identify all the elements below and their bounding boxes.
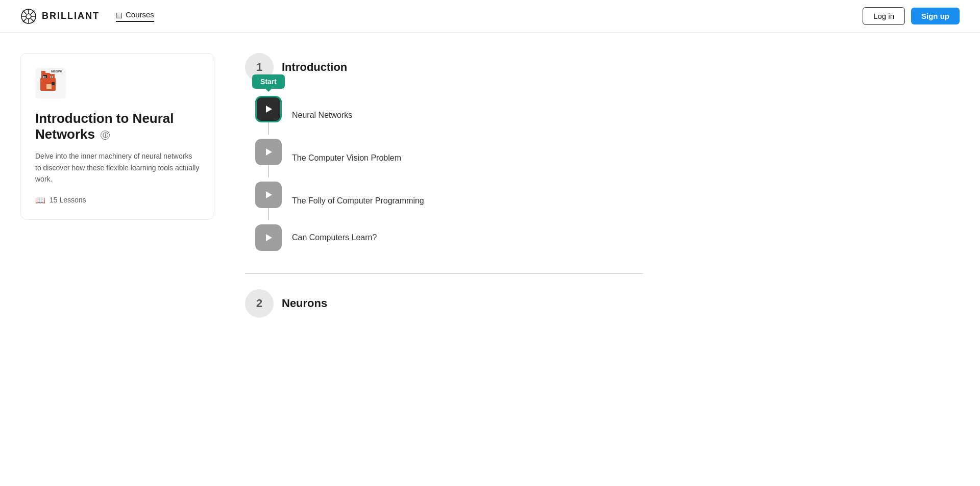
- signup-button[interactable]: Sign up: [911, 8, 960, 24]
- lesson-row-1: Start Neural Networks: [255, 94, 643, 137]
- section-1-lessons: Start Neural Networks: [245, 94, 643, 253]
- lesson-4-connector: [255, 224, 282, 251]
- lesson-2-play-btn[interactable]: [255, 139, 282, 165]
- nav-courses-label: Courses: [126, 10, 154, 19]
- play-icon-2: [263, 147, 274, 157]
- lesson-4-play-btn[interactable]: [255, 224, 282, 251]
- play-icon-3: [263, 190, 274, 200]
- svg-marker-25: [266, 148, 272, 156]
- section-1-title: Introduction: [282, 61, 347, 74]
- connector-line-3: [268, 208, 269, 220]
- lesson-1-connector: Start: [255, 96, 282, 135]
- lesson-3-play-btn[interactable]: [255, 182, 282, 208]
- section-2-header: 2 Neurons: [245, 289, 643, 318]
- book-icon: 📖: [35, 195, 45, 205]
- section-2-number: 2: [245, 289, 274, 318]
- svg-rect-21: [51, 76, 52, 78]
- courses-icon: ▤: [116, 11, 122, 19]
- section-divider: [245, 273, 643, 274]
- svg-marker-24: [266, 106, 272, 113]
- logo-icon: [20, 8, 37, 24]
- lesson-row-3: The Folly of Computer Programming: [255, 180, 643, 222]
- svg-marker-27: [266, 234, 272, 241]
- lesson-2-connector: [255, 139, 282, 177]
- lesson-4-name: Can Computers Learn?: [292, 233, 377, 242]
- svg-marker-26: [266, 191, 272, 198]
- svg-rect-13: [41, 71, 45, 75]
- section-1: 1 Introduction Start: [245, 53, 643, 253]
- course-thumbnail: MEOW!: [35, 68, 66, 98]
- lesson-3-name: The Folly of Computer Programming: [292, 196, 424, 206]
- header-right: Log in Sign up: [863, 7, 960, 25]
- svg-line-9: [23, 18, 27, 22]
- course-title: Introduction to Neural Networks ⓘ: [35, 111, 200, 142]
- lesson-1-name: Neural Networks: [292, 111, 352, 120]
- play-icon-1: [263, 104, 274, 114]
- svg-rect-20: [44, 76, 45, 78]
- course-card: MEOW! Introduction to Neural Networks ⓘ …: [20, 53, 214, 220]
- lessons-count: 15 Lessons: [50, 196, 86, 204]
- logo-text: BRILLIANT: [42, 11, 100, 21]
- svg-line-6: [23, 10, 27, 14]
- section-2-title: Neurons: [282, 297, 327, 310]
- lesson-row-2: The Computer Vision Problem: [255, 137, 643, 180]
- main-content: MEOW! Introduction to Neural Networks ⓘ …: [0, 33, 664, 359]
- header: BRILLIANT ▤ Courses Log in Sign up: [0, 0, 980, 33]
- course-description: Delve into the inner machinery of neural…: [35, 150, 200, 185]
- curriculum: 1 Introduction Start: [245, 53, 643, 338]
- svg-text:MEOW!: MEOW!: [51, 70, 62, 73]
- lesson-1-play-btn[interactable]: [255, 96, 282, 122]
- svg-rect-17: [52, 82, 55, 85]
- svg-line-8: [31, 10, 35, 14]
- section-1-header: 1 Introduction: [245, 53, 643, 82]
- course-meta: 📖 15 Lessons: [35, 195, 200, 205]
- login-button[interactable]: Log in: [863, 7, 905, 25]
- info-icon[interactable]: ⓘ: [101, 131, 110, 140]
- lesson-3-connector: [255, 182, 282, 220]
- lesson-row-4: Can Computers Learn?: [255, 222, 643, 253]
- play-icon-4: [263, 233, 274, 243]
- svg-rect-15: [46, 84, 52, 89]
- nav-courses[interactable]: ▤ Courses: [116, 10, 154, 22]
- connector-line-2: [268, 165, 269, 177]
- lesson-2-name: The Computer Vision Problem: [292, 154, 401, 163]
- start-tooltip: Start: [252, 74, 285, 89]
- header-left: BRILLIANT ▤ Courses: [20, 8, 154, 24]
- svg-line-7: [31, 18, 35, 22]
- svg-point-1: [26, 14, 31, 19]
- connector-line-1: [268, 122, 269, 135]
- section-2: 2 Neurons: [245, 289, 643, 318]
- logo[interactable]: BRILLIANT: [20, 8, 100, 24]
